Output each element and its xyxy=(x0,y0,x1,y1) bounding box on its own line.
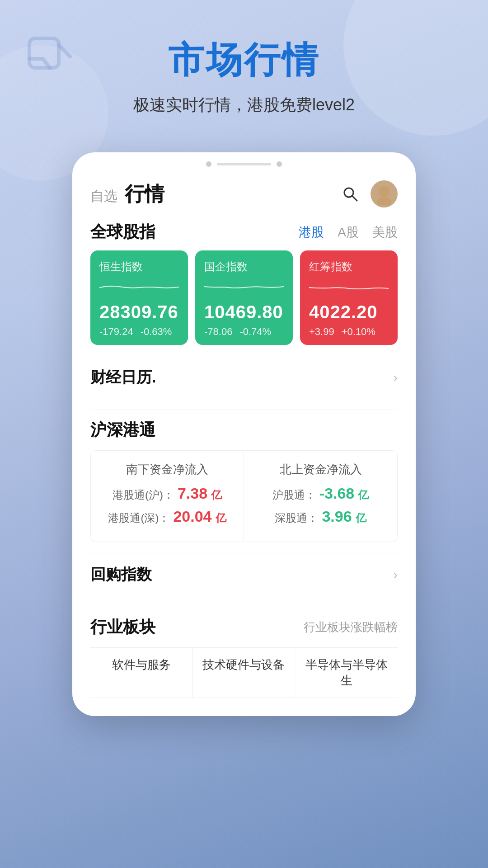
global-index-title: 全球股指 xyxy=(90,221,155,243)
phone-mockup: 自选 行情 全球股指 港股 A股 xyxy=(72,152,416,716)
hudong-hgu-hu-unit: 亿 xyxy=(211,488,222,502)
industry-item-0[interactable]: 软件与服务 xyxy=(90,648,193,698)
hudong-grid: 南下资金净流入 港股通(沪)： 7.38 亿 港股通(深)： 20.04 亿 北… xyxy=(90,450,398,542)
hudong-right: 北上资金净流入 沪股通： -3.68 亿 深股通： 3.96 亿 xyxy=(244,451,397,542)
card-hengsheng-change: -179.24 xyxy=(99,326,133,338)
header-actions xyxy=(339,180,398,208)
hudong-hgu-shen-unit: 亿 xyxy=(216,511,226,525)
page-title: 市场行情 xyxy=(27,36,461,85)
card-guoqi-pct: -0.74% xyxy=(239,326,271,338)
hudong-left-title: 南下资金净流入 xyxy=(100,462,235,477)
finance-calendar-title: 财经日历. xyxy=(90,367,156,388)
card-guoqi-changes: -78.06 -0.74% xyxy=(204,326,284,338)
card-guoqi-chart xyxy=(204,278,284,297)
dot-1 xyxy=(206,161,211,167)
card-hengsheng-chart xyxy=(99,278,179,297)
hudong-hgu-hu-row: 港股通(沪)： 7.38 亿 xyxy=(100,485,235,502)
svg-point-4 xyxy=(379,186,389,197)
market-tabs: 港股 A股 美股 xyxy=(299,224,398,241)
industry-title: 行业板块 xyxy=(90,616,155,638)
dots-indicator xyxy=(72,152,416,171)
hudong-hu-label: 沪股通： xyxy=(272,488,316,502)
app-logo xyxy=(27,36,72,81)
industry-grid: 软件与服务 技术硬件与设备 半导体与半导体生 xyxy=(90,647,398,698)
industry-item-1[interactable]: 技术硬件与设备 xyxy=(193,648,296,698)
app-header: 自选 行情 xyxy=(72,171,416,212)
industry-header: 行业板块 行业板块涨跌幅榜 xyxy=(90,616,398,638)
card-hengsheng-name: 恒生指数 xyxy=(99,259,179,274)
buyback-title: 回购指数 xyxy=(90,564,152,585)
card-hongchou-name: 红筹指数 xyxy=(309,259,389,274)
card-hongchou[interactable]: 红筹指数 4022.20 +3.99 +0.10% xyxy=(300,250,398,345)
industry-section: 行业板块 行业板块涨跌幅榜 软件与服务 技术硬件与设备 半导体与半导体生 xyxy=(72,607,416,698)
header-area: 市场行情 极速实时行情，港股免费level2 xyxy=(0,0,488,134)
hudong-shen-unit: 亿 xyxy=(356,511,366,525)
index-cards: 恒生指数 28309.76 -179.24 -0.63% 国企指数 xyxy=(90,250,398,345)
card-hengsheng[interactable]: 恒生指数 28309.76 -179.24 -0.63% xyxy=(90,250,188,345)
industry-name-1: 技术硬件与设备 xyxy=(202,658,285,671)
industry-name-2: 半导体与半导体生 xyxy=(305,658,388,687)
dot-line xyxy=(217,163,271,165)
industry-subtitle: 行业板块涨跌幅榜 xyxy=(304,619,398,635)
header-tabs: 自选 行情 xyxy=(90,181,330,208)
hudong-title: 沪深港通 xyxy=(90,419,398,441)
hudong-hu-unit: 亿 xyxy=(358,488,369,502)
finance-calendar[interactable]: 财经日历. › xyxy=(72,356,416,399)
card-hengsheng-value: 28309.76 xyxy=(99,302,179,322)
avatar[interactable] xyxy=(371,180,398,208)
hudong-hgu-hu-value: 7.38 xyxy=(178,485,207,502)
global-index-section: 全球股指 港股 A股 美股 恒生指数 28309.76 -179.24 -0.6 xyxy=(72,212,416,345)
card-hengsheng-pct: -0.63% xyxy=(141,326,172,338)
card-guoqi-value: 10469.80 xyxy=(204,302,284,322)
search-button[interactable] xyxy=(339,183,361,205)
hudong-shen-label: 深股通： xyxy=(275,511,318,525)
hudong-shen-value: 3.96 xyxy=(322,508,352,525)
tab-hk[interactable]: 港股 xyxy=(299,224,324,241)
card-hongchou-value: 4022.20 xyxy=(309,302,389,322)
tab-a[interactable]: A股 xyxy=(338,224,359,241)
buyback-chevron: › xyxy=(393,567,398,582)
svg-rect-0 xyxy=(29,38,59,68)
global-index-header: 全球股指 港股 A股 美股 xyxy=(90,221,398,243)
card-hongchou-change: +3.99 xyxy=(309,326,334,338)
industry-item-2[interactable]: 半导体与半导体生 xyxy=(295,648,398,698)
buyback-section[interactable]: 回购指数 › xyxy=(72,553,416,596)
card-guoqi[interactable]: 国企指数 10469.80 -78.06 -0.74% xyxy=(195,250,293,345)
hudong-hgu-shen-value: 20.04 xyxy=(173,508,211,525)
tab-us[interactable]: 美股 xyxy=(372,224,398,241)
industry-name-0: 软件与服务 xyxy=(112,658,171,671)
hudong-shen-row: 深股通： 3.96 亿 xyxy=(253,508,388,525)
tab-zixuan[interactable]: 自选 xyxy=(90,187,117,206)
svg-line-3 xyxy=(352,196,357,201)
card-hongchou-pct: +0.10% xyxy=(342,326,375,338)
finance-calendar-chevron: › xyxy=(393,370,398,385)
hudong-hu-value: -3.68 xyxy=(319,485,355,502)
hudong-right-title: 北上资金净流入 xyxy=(253,462,388,477)
card-guoqi-name: 国企指数 xyxy=(204,259,284,274)
page-subtitle: 极速实时行情，港股免费level2 xyxy=(27,94,461,116)
dot-2 xyxy=(277,161,282,167)
tab-hangqing[interactable]: 行情 xyxy=(125,181,164,208)
card-guoqi-change: -78.06 xyxy=(204,326,232,338)
card-hengsheng-changes: -179.24 -0.63% xyxy=(99,326,179,338)
hudong-hgu-shen-label: 港股通(深)： xyxy=(108,511,169,525)
hudong-hgu-hu-label: 港股通(沪)： xyxy=(113,488,174,502)
svg-point-5 xyxy=(377,197,391,205)
hudong-section: 沪深港通 南下资金净流入 港股通(沪)： 7.38 亿 港股通(深)： 20.0… xyxy=(72,410,416,542)
hudong-hu-row: 沪股通： -3.68 亿 xyxy=(253,485,388,502)
hudong-left: 南下资金净流入 港股通(沪)： 7.38 亿 港股通(深)： 20.04 亿 xyxy=(91,451,244,542)
hudong-hgu-shen-row: 港股通(深)： 20.04 亿 xyxy=(100,508,235,525)
card-hongchou-changes: +3.99 +0.10% xyxy=(309,326,389,338)
card-hongchou-chart xyxy=(309,278,389,297)
